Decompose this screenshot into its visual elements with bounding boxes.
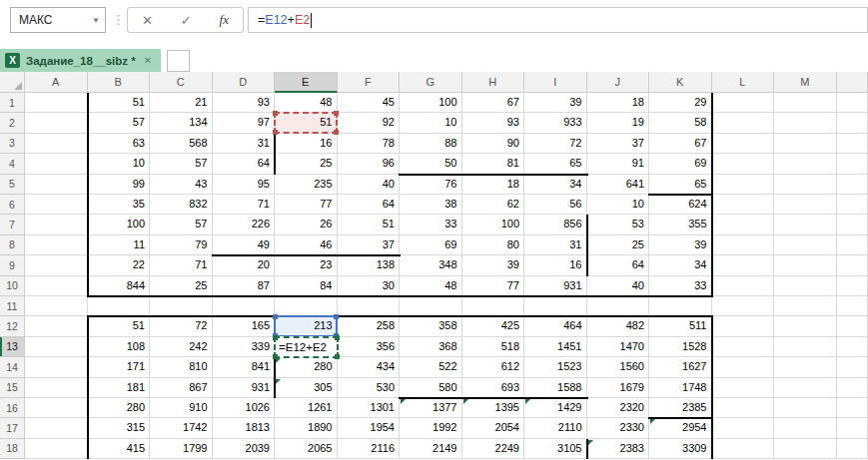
column-header-I[interactable]: I <box>524 72 587 93</box>
cell-C8[interactable]: 79 <box>150 235 213 255</box>
cell-H11[interactable] <box>462 296 525 316</box>
cell-I17[interactable]: 2110 <box>524 418 587 438</box>
cell-A7[interactable] <box>25 215 88 234</box>
cell-L15[interactable] <box>712 378 775 398</box>
cell-G16[interactable]: 1377 <box>400 398 462 418</box>
cell-J12[interactable]: 482 <box>587 316 650 336</box>
cell-E8[interactable]: 46 <box>275 235 338 255</box>
cell-M14[interactable] <box>774 357 837 377</box>
cell-L2[interactable] <box>712 113 775 133</box>
cell-K11[interactable] <box>649 296 712 316</box>
cell-B13[interactable]: 108 <box>88 337 151 357</box>
insert-function-icon[interactable]: fx <box>220 12 229 28</box>
column-header-H[interactable]: H <box>462 72 525 93</box>
cell-F8[interactable]: 37 <box>338 235 401 255</box>
cell-G9[interactable]: 348 <box>400 255 462 275</box>
cell-C15[interactable]: 867 <box>150 378 213 398</box>
column-header-K[interactable]: K <box>649 72 712 93</box>
formula-input[interactable]: =E12+E2 <box>248 7 868 33</box>
cell-D18[interactable]: 2039 <box>213 439 276 459</box>
column-header-F[interactable]: F <box>338 72 401 93</box>
cell-A18[interactable] <box>25 439 88 459</box>
cell-E16[interactable]: 1261 <box>275 398 338 418</box>
row-header-10[interactable]: 10 <box>0 276 25 296</box>
cell-C17[interactable]: 1742 <box>150 418 213 438</box>
cell-K10[interactable]: 33 <box>649 276 712 296</box>
cell-C5[interactable]: 43 <box>150 175 213 195</box>
cell-J4[interactable]: 91 <box>587 154 650 174</box>
column-header-G[interactable]: G <box>400 72 462 93</box>
cell-M16[interactable] <box>774 398 837 418</box>
cell-I11[interactable] <box>524 296 587 316</box>
cell-H10[interactable]: 77 <box>462 276 525 296</box>
cell-H17[interactable]: 2054 <box>462 418 525 438</box>
cell-F7[interactable]: 51 <box>338 215 401 234</box>
row-header-7[interactable]: 7 <box>0 215 25 234</box>
column-header-M[interactable]: M <box>774 72 837 93</box>
cell-K18[interactable]: 3309 <box>649 439 712 459</box>
chevron-down-icon[interactable]: ▼ <box>87 16 105 25</box>
cell-M17[interactable] <box>774 418 837 438</box>
cell-E11[interactable] <box>275 296 338 316</box>
cell-E10[interactable]: 84 <box>275 276 338 296</box>
cell-K8[interactable]: 39 <box>649 235 712 255</box>
range-handle[interactable] <box>334 130 339 135</box>
cell-B7[interactable]: 100 <box>88 215 151 234</box>
cell-A10[interactable] <box>25 276 88 296</box>
editing-cell-E13[interactable]: =E12+E2 <box>274 336 339 358</box>
cell-K13[interactable]: 1528 <box>649 337 712 357</box>
cell-F17[interactable]: 1954 <box>338 418 401 438</box>
cell-D10[interactable]: 87 <box>213 276 276 296</box>
cell-C16[interactable]: 910 <box>150 398 213 418</box>
cell-L11[interactable] <box>712 296 775 316</box>
cell-I4[interactable]: 65 <box>524 154 587 174</box>
cell-M11[interactable] <box>774 296 837 316</box>
cell-J1[interactable]: 18 <box>587 93 650 113</box>
cell-J8[interactable]: 25 <box>587 235 650 255</box>
cell-G4[interactable]: 50 <box>400 154 462 174</box>
cell-E18[interactable]: 2065 <box>275 439 338 459</box>
column-header-E[interactable]: E <box>275 72 338 93</box>
range-handle[interactable] <box>273 130 278 135</box>
cell-E7[interactable]: 26 <box>275 215 338 234</box>
cell-F9[interactable]: 138 <box>338 255 401 275</box>
cell-M1[interactable] <box>774 93 837 113</box>
cell-L8[interactable] <box>712 235 775 255</box>
cell-K1[interactable]: 29 <box>649 93 712 113</box>
cell-G18[interactable]: 2149 <box>400 439 462 459</box>
cell-E14[interactable]: 280 <box>275 357 338 377</box>
cell-B6[interactable]: 35 <box>88 195 151 215</box>
cell-J7[interactable]: 53 <box>587 215 650 234</box>
cell-D5[interactable]: 95 <box>213 175 276 195</box>
cell-G2[interactable]: 10 <box>400 113 462 133</box>
cell-G7[interactable]: 33 <box>400 215 462 234</box>
cell-F11[interactable] <box>338 296 401 316</box>
cell-C18[interactable]: 1799 <box>150 439 213 459</box>
cell-D12[interactable]: 165 <box>213 316 276 336</box>
cell-D11[interactable] <box>213 296 276 316</box>
row-header-1[interactable]: 1 <box>0 93 25 113</box>
cell-C4[interactable]: 57 <box>150 154 213 174</box>
cell-A2[interactable] <box>25 113 88 133</box>
cell-J18[interactable]: 2383 <box>587 439 650 459</box>
cell-B8[interactable]: 11 <box>88 235 151 255</box>
cell-B10[interactable]: 844 <box>88 276 151 296</box>
select-all-corner[interactable] <box>0 72 25 93</box>
cell-H4[interactable]: 81 <box>462 154 525 174</box>
cell-E3[interactable]: 16 <box>275 134 338 154</box>
cell-L10[interactable] <box>712 276 775 296</box>
cell-H1[interactable]: 67 <box>462 93 525 113</box>
cell-G13[interactable]: 368 <box>400 337 462 357</box>
row-header-16[interactable]: 16 <box>0 398 25 418</box>
column-header-L[interactable]: L <box>712 72 775 93</box>
cell-D2[interactable]: 97 <box>213 113 276 133</box>
cell-L7[interactable] <box>712 215 775 234</box>
cell-K16[interactable]: 2385 <box>649 398 712 418</box>
cell-A14[interactable] <box>25 357 88 377</box>
cell-L5[interactable] <box>712 175 775 195</box>
cell-D17[interactable]: 1813 <box>213 418 276 438</box>
cell-C10[interactable]: 25 <box>150 276 213 296</box>
cell-M13[interactable] <box>774 337 837 357</box>
cell-L16[interactable] <box>712 398 775 418</box>
cell-B3[interactable]: 63 <box>88 134 151 154</box>
